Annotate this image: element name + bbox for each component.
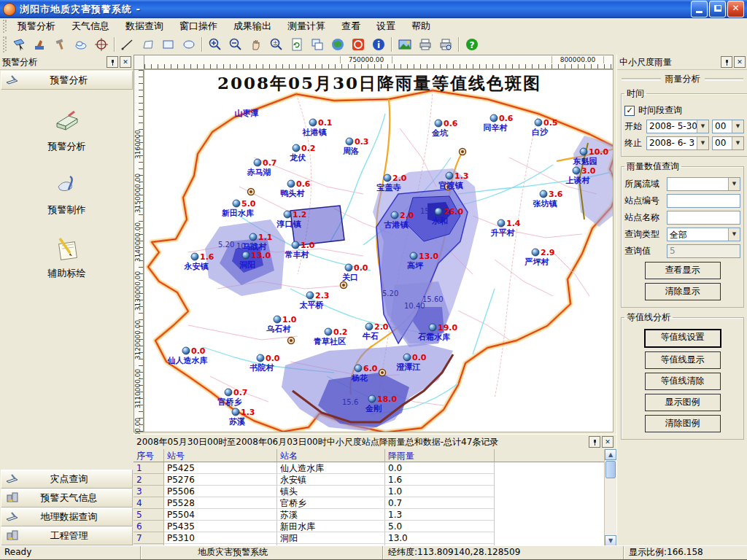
map-image-icon[interactable] bbox=[395, 35, 414, 54]
hammer-icon[interactable] bbox=[51, 35, 70, 54]
sidebar-item-aux-plotting[interactable]: 辅助标绘 bbox=[0, 236, 133, 280]
section-header-warning-analysis[interactable]: 预警分析 bbox=[1, 71, 133, 90]
table-row[interactable]: 4P5528官桥乡0.7 bbox=[133, 497, 605, 509]
scroll-down-icon[interactable]: ▼ bbox=[605, 535, 616, 546]
station-rainfall-value: 5.0 bbox=[241, 199, 256, 209]
zoom-out-icon[interactable] bbox=[226, 35, 245, 54]
time-range-checkbox[interactable]: ✓ bbox=[624, 106, 635, 116]
contour-show-button[interactable]: 等值线显示 bbox=[645, 351, 721, 369]
basin-select[interactable]: ▼ bbox=[667, 177, 740, 191]
print-icon[interactable] bbox=[416, 35, 435, 54]
menu-view[interactable]: 查看 bbox=[333, 18, 368, 34]
close-icon[interactable]: ✕ bbox=[734, 56, 746, 68]
query-type-select[interactable]: 全部▼ bbox=[667, 228, 740, 241]
show-legend-button[interactable]: 显示图例 bbox=[645, 394, 721, 411]
clear-display-button[interactable]: 清除显示 bbox=[645, 283, 721, 300]
contour-settings-button[interactable]: 等值线设置 bbox=[644, 329, 721, 348]
close-icon[interactable]: ✕ bbox=[602, 436, 614, 448]
stop-icon[interactable] bbox=[349, 35, 368, 54]
map-select-icon[interactable] bbox=[10, 35, 29, 54]
zoom-in-icon[interactable] bbox=[206, 35, 225, 54]
table-row[interactable]: 3P5506镇头1.0 bbox=[133, 486, 605, 497]
menu-data-query[interactable]: 数据查询 bbox=[117, 18, 171, 34]
draw-line-icon[interactable] bbox=[118, 35, 137, 54]
start-hour-select[interactable]: 00▼ bbox=[712, 120, 744, 133]
sidebar-item-geo-data-query[interactable]: 地理数据查询 bbox=[1, 508, 133, 526]
query-value-input[interactable]: 5 bbox=[667, 244, 740, 258]
refresh-map-icon[interactable] bbox=[287, 35, 306, 54]
map-canvas[interactable]: 5.2010.405.2015.6010.4015.6015.6 山枣潭0.1社… bbox=[144, 69, 614, 432]
station-marker-icon bbox=[573, 167, 580, 174]
table-row[interactable]: 5P5504苏溪1.3 bbox=[133, 509, 605, 521]
show-display-button[interactable]: 查看显示 bbox=[645, 262, 721, 279]
zoom-window-icon[interactable]: ± bbox=[267, 35, 286, 54]
draw-rectangle-icon[interactable] bbox=[159, 35, 178, 54]
sidebar-item-warning-analysis[interactable]: 预警分析 bbox=[0, 109, 133, 153]
station-id-input[interactable] bbox=[667, 194, 740, 208]
menu-help[interactable]: 帮助 bbox=[403, 18, 438, 34]
table-row[interactable]: 7P5310洞阳13.0 bbox=[133, 532, 605, 544]
table-row[interactable]: 1P5425仙人造水库0.0 bbox=[133, 462, 605, 474]
chevron-down-icon: ▼ bbox=[728, 178, 740, 190]
status-bar: Ready 地质灾害预警系统 经纬度:113.809140,28.128509 … bbox=[0, 545, 747, 559]
station-name-label: 高坪 bbox=[407, 261, 424, 271]
draw-polygon-icon[interactable] bbox=[139, 35, 158, 54]
contour-clear-button[interactable]: 等值线清除 bbox=[645, 373, 721, 390]
station-name-input[interactable] bbox=[667, 211, 740, 225]
menu-settings[interactable]: 设置 bbox=[368, 18, 403, 34]
station-marker-icon bbox=[498, 219, 505, 227]
buildings-icon bbox=[6, 530, 19, 542]
sidebar-item-disaster-query[interactable]: 灾点查询 bbox=[1, 470, 133, 489]
minimize-button[interactable] bbox=[691, 1, 708, 18]
pan-icon[interactable] bbox=[247, 35, 266, 54]
close-button[interactable]: ✕ bbox=[727, 1, 744, 18]
column-header-station-id[interactable]: 站号 bbox=[164, 449, 277, 462]
column-header-station-name[interactable]: 站名 bbox=[277, 449, 385, 462]
menu-measure-calc[interactable]: 测量计算 bbox=[279, 18, 333, 34]
station-marker-icon bbox=[232, 408, 239, 416]
close-icon[interactable]: ✕ bbox=[120, 56, 131, 68]
locate-icon[interactable] bbox=[92, 35, 111, 54]
station-rainfall-value: 0.7 bbox=[263, 158, 277, 168]
column-header-rainfall[interactable]: 降雨量 bbox=[385, 449, 495, 462]
print-preview-icon[interactable] bbox=[436, 35, 455, 54]
restore-icon bbox=[714, 5, 721, 12]
start-date-select[interactable]: 2008- 5-30▼ bbox=[646, 120, 709, 133]
sidebar-item-warning-production[interactable]: 预警制作 bbox=[0, 172, 133, 217]
menu-warning-analysis[interactable]: 预警分析 bbox=[9, 18, 63, 34]
station-rainfall-value: 2.3 bbox=[315, 291, 330, 300]
menu-result-output[interactable]: 成果输出 bbox=[225, 18, 279, 34]
copy-map-icon[interactable] bbox=[308, 35, 327, 54]
end-hour-select[interactable]: 00▼ bbox=[712, 136, 744, 150]
contour-value-label: 15.6 bbox=[342, 398, 358, 406]
cloud-icon[interactable] bbox=[71, 35, 90, 54]
table-cell: P5425 bbox=[164, 462, 277, 474]
scroll-up-icon[interactable]: ▲ bbox=[605, 449, 616, 460]
help-icon[interactable]: ? bbox=[462, 35, 481, 54]
menu-grip bbox=[3, 20, 7, 33]
pin-icon[interactable] bbox=[107, 56, 118, 68]
pin-icon[interactable] bbox=[721, 56, 732, 68]
table-scrollbar[interactable]: ▲ ▼ bbox=[604, 449, 616, 546]
station-rainfall-value: 1.3 bbox=[454, 171, 469, 181]
paint-icon[interactable] bbox=[31, 35, 50, 54]
menu-window-ops[interactable]: 窗口操作 bbox=[171, 18, 225, 34]
end-date-select[interactable]: 2008- 6- 3▼ bbox=[646, 136, 709, 150]
rainfall-table[interactable]: 序号 站号 站名 降雨量 1P5425仙人造水库0.02P5276永安镇1.63… bbox=[133, 449, 605, 546]
table-row[interactable]: 2P5276永安镇1.6 bbox=[133, 474, 605, 486]
pin-icon[interactable] bbox=[589, 436, 600, 448]
info-icon[interactable]: i bbox=[369, 35, 388, 54]
menu-weather-info[interactable]: 天气信息 bbox=[63, 18, 117, 34]
sidebar-item-warning-weather[interactable]: 预警天气信息 bbox=[1, 489, 133, 508]
restore-button[interactable] bbox=[709, 1, 726, 18]
column-header-index[interactable]: 序号 bbox=[133, 449, 164, 462]
sidebar-item-project-management[interactable]: 工程管理 bbox=[1, 526, 133, 545]
table-cell: P5435 bbox=[164, 521, 277, 532]
draw-ellipse-icon[interactable] bbox=[179, 35, 198, 54]
table-row[interactable]: 6P5435新田水库5.0 bbox=[133, 521, 605, 532]
clear-legend-button[interactable]: 清除图例 bbox=[645, 415, 721, 432]
globe-icon[interactable] bbox=[328, 35, 347, 54]
rain-value-query-group: 雨量数值查询 所属流域 ▼ 站点编号 站点名称 查询类型 全部▼ 查询值 5 查… bbox=[621, 160, 744, 308]
town-icon-dot bbox=[342, 284, 345, 287]
scroll-thumb[interactable] bbox=[605, 461, 616, 478]
